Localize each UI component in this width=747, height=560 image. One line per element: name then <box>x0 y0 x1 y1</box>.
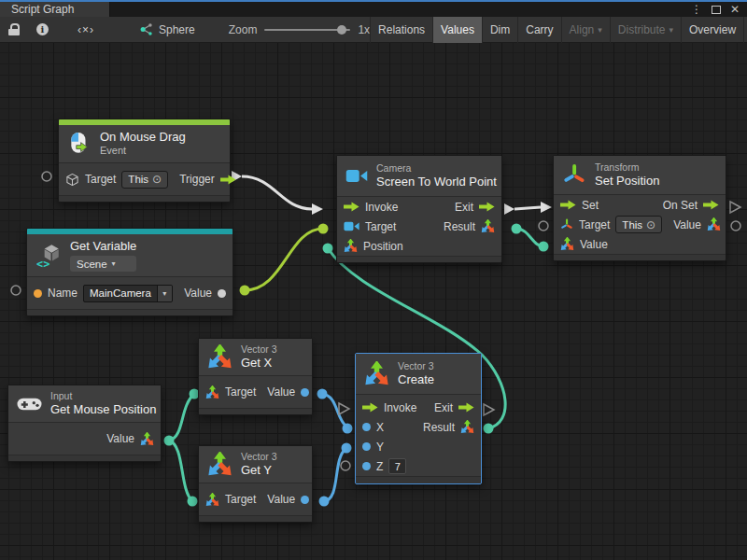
value-in-label: Value <box>580 238 608 251</box>
vector3-icon <box>207 344 233 370</box>
port-row: Z 7 <box>356 456 481 476</box>
chevron-down-icon: ▾ <box>598 25 602 35</box>
port-row: Target Result <box>337 217 501 236</box>
vector3-port-icon[interactable] <box>140 432 154 446</box>
full-screen-button[interactable]: Full Screen <box>743 17 747 43</box>
vector3-icon <box>207 452 233 477</box>
port-row: Invoke Exit <box>356 398 481 417</box>
node-vector3-create[interactable]: Vector 3 Create Invoke Exit X Result <box>355 353 482 484</box>
on-set-label: On Set <box>663 199 698 212</box>
exit-label: Exit <box>434 401 453 414</box>
target-label: Target <box>579 218 610 231</box>
flow-in-icon[interactable] <box>560 200 576 210</box>
node-category: Camera <box>376 162 497 175</box>
set-label: Set <box>582 199 599 212</box>
transform-port-icon[interactable] <box>560 218 573 231</box>
zoom-control: Zoom 1x <box>229 23 370 36</box>
chevron-down-icon: ▾ <box>669 25 674 35</box>
window-controls: ⋮ ✕ <box>691 2 747 17</box>
vector3-icon <box>364 361 389 386</box>
vector3-port-icon[interactable] <box>560 237 574 251</box>
node-set-position[interactable]: Transform Set Position Set On Set Target… <box>553 155 726 261</box>
float-port-dot[interactable] <box>301 496 309 504</box>
node-get-x[interactable]: Vector 3 Get X Target Value <box>198 338 313 415</box>
camera-port-icon[interactable] <box>344 221 359 231</box>
graph-icon <box>139 22 153 36</box>
unity-variable-icon <box>35 243 62 269</box>
variable-name-dropdown[interactable]: MainCamera ▾ <box>83 285 173 302</box>
y-label: Y <box>376 441 384 454</box>
z-value-field[interactable]: 7 <box>388 458 406 474</box>
info-icon[interactable]: i <box>28 17 57 43</box>
float-port-dot[interactable] <box>362 462 371 470</box>
zoom-slider-handle[interactable] <box>337 25 346 35</box>
port-row: Target This⊙ Value <box>554 215 726 234</box>
node-footer <box>199 408 312 414</box>
lock-icon[interactable] <box>0 17 28 43</box>
x-label: X <box>376 421 384 434</box>
close-icon[interactable]: ✕ <box>730 2 740 17</box>
invoke-label: Invoke <box>384 401 416 414</box>
port-row: Invoke Exit <box>337 197 501 217</box>
vector3-port-icon[interactable] <box>205 493 219 507</box>
vector3-port-icon[interactable] <box>707 217 721 231</box>
flow-in-icon[interactable] <box>362 402 378 413</box>
vector3-port-icon[interactable] <box>460 420 474 434</box>
value-label: Value <box>267 385 295 399</box>
flow-in-icon[interactable] <box>344 202 359 212</box>
vector3-port-icon[interactable] <box>205 385 219 399</box>
node-category: Input <box>50 390 156 402</box>
node-on-mouse-drag[interactable]: On Mouse Drag Event Target This⊙ Trigger <box>58 119 231 203</box>
graph-name: Sphere <box>159 23 195 36</box>
node-get-y[interactable]: Vector 3 Get Y Target Value <box>198 445 313 523</box>
port-row: Position <box>337 236 501 256</box>
relations-button[interactable]: Relations <box>370 17 432 43</box>
values-button[interactable]: Values <box>432 17 482 43</box>
maximize-icon[interactable] <box>712 6 721 14</box>
align-button[interactable]: Align▾ <box>561 17 610 43</box>
flow-out-icon[interactable] <box>479 202 495 212</box>
node-category: Vector 3 <box>241 451 277 463</box>
vector3-port-icon[interactable] <box>481 219 495 233</box>
distribute-button[interactable]: Distribute▾ <box>610 17 681 43</box>
float-port-dot[interactable] <box>362 423 371 431</box>
port-row: Name MainCamera ▾ Value <box>27 277 233 309</box>
node-screen-to-world-point[interactable]: Camera Screen To World Point Invoke Exit… <box>336 155 502 263</box>
string-port-dot[interactable] <box>34 289 42 298</box>
overview-button[interactable]: Overview <box>681 17 743 43</box>
camera-icon <box>345 169 368 183</box>
float-port-dot[interactable] <box>362 442 371 451</box>
this-chip[interactable]: This⊙ <box>121 171 168 189</box>
flow-out-icon[interactable] <box>458 402 474 413</box>
node-title: Get Y <box>241 463 277 478</box>
code-toggle-icon[interactable]: ‹×› <box>57 17 115 43</box>
panel-menu-icon[interactable]: ⋮ <box>691 2 702 17</box>
value-port-dot[interactable] <box>218 289 226 298</box>
variable-scope-dropdown[interactable]: Scene▾ <box>70 256 136 272</box>
dim-button[interactable]: Dim <box>482 17 517 43</box>
zoom-value: 1x <box>358 23 370 36</box>
trigger-label: Trigger <box>179 173 215 186</box>
mouse-drag-icon <box>67 132 92 156</box>
node-category: Vector 3 <box>241 343 277 356</box>
name-label: Name <box>48 287 78 300</box>
port-row: X Result <box>356 417 481 437</box>
this-chip[interactable]: This⊙ <box>615 216 662 233</box>
carry-button[interactable]: Carry <box>517 17 560 43</box>
flow-out-icon[interactable] <box>703 200 719 210</box>
node-footer <box>27 309 233 315</box>
float-port-dot[interactable] <box>301 388 309 397</box>
graph-selector[interactable]: Sphere <box>130 22 204 36</box>
object-picker-icon: ⊙ <box>152 174 162 185</box>
node-get-mouse-position[interactable]: Input Get Mouse Position Value <box>7 385 162 462</box>
node-footer <box>8 455 161 461</box>
exit-label: Exit <box>455 201 473 214</box>
zoom-slider[interactable] <box>264 24 350 35</box>
flow-out-icon[interactable] <box>220 175 236 185</box>
node-title: Get Variable <box>70 239 136 254</box>
node-get-variable[interactable]: Get Variable Scene▾ Name MainCamera ▾ Va… <box>26 228 233 316</box>
node-category: Vector 3 <box>398 360 434 372</box>
node-title: Set Position <box>595 174 659 189</box>
tab-script-graph[interactable]: Script Graph <box>0 2 110 17</box>
vector3-port-icon[interactable] <box>344 239 358 253</box>
